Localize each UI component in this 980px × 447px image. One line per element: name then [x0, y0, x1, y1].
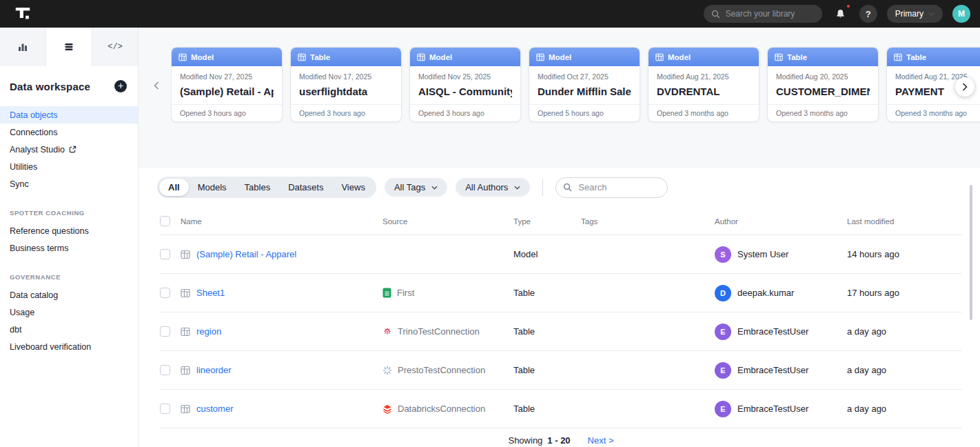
table-grid-icon: [181, 250, 190, 259]
library-search[interactable]: [704, 5, 822, 23]
row-checkbox[interactable]: [160, 326, 170, 337]
author-avatar: S: [715, 246, 731, 263]
object-name-link[interactable]: Sheet1: [196, 288, 225, 298]
tab-views[interactable]: Views: [332, 179, 374, 196]
type-cell: Table: [513, 288, 581, 298]
card-title: Dunder Mifflin Sales: [538, 86, 631, 97]
tab-tables[interactable]: Tables: [236, 179, 280, 196]
thoughtspot-logo[interactable]: [12, 3, 33, 24]
sidebar-item-utilities[interactable]: Utilities: [0, 158, 138, 175]
help-button[interactable]: ?: [859, 5, 877, 23]
carousel-right-button[interactable]: [955, 77, 974, 97]
user-avatar[interactable]: M: [952, 5, 970, 23]
author-avatar: E: [715, 362, 731, 379]
nav-label: Data catalog: [10, 290, 58, 300]
card-type-label: Model: [191, 53, 214, 61]
source-cell: First: [382, 288, 513, 298]
nav-label: Usage: [10, 308, 34, 317]
card-header: Model: [529, 48, 640, 66]
table-row[interactable]: (Sample) Retail - Apparel Model S System…: [160, 235, 962, 274]
column-header-name: Name: [181, 217, 382, 226]
author-avatar: E: [715, 401, 731, 417]
last-modified-cell: 14 hours ago: [847, 249, 962, 259]
databricks-icon: [382, 404, 392, 414]
nav-label: Sync: [10, 179, 29, 189]
table-row[interactable]: customer DatabricksConnection Table E Em…: [160, 390, 962, 428]
sidebar-item-connections[interactable]: Connections: [0, 123, 138, 141]
card-body: Modified Nov 27, 2025 (Sample) Retail - …: [172, 66, 282, 104]
row-checkbox[interactable]: [160, 249, 170, 259]
authors-dropdown[interactable]: All Authors: [456, 178, 530, 197]
object-name-link[interactable]: customer: [196, 404, 233, 414]
tags-dropdown[interactable]: All Tags: [385, 178, 447, 197]
list-search[interactable]: [555, 177, 668, 198]
search-icon: [563, 183, 572, 192]
card-type-label: Table: [787, 53, 807, 61]
tab-insights[interactable]: [0, 28, 46, 66]
last-modified-cell: a day ago: [847, 326, 962, 337]
add-button[interactable]: +: [114, 80, 127, 92]
object-name-link[interactable]: region: [196, 326, 221, 337]
card-opened: Opened 3 months ago: [887, 104, 980, 121]
sidebar-item-liveboard-verification[interactable]: Liveboard verification: [0, 338, 138, 355]
sidebar-item-data-catalog[interactable]: Data catalog: [0, 286, 138, 304]
card-body: Modified Aug 20, 2025 CUSTOMER_DIMENSION: [768, 66, 878, 104]
sidebar-item-usage[interactable]: Usage: [0, 304, 138, 321]
source-cell: TrinoTestConnection: [382, 326, 513, 337]
table-grid-icon: [181, 404, 190, 414]
card-type-label: Model: [429, 53, 452, 61]
scrollbar-thumb[interactable]: [970, 185, 972, 320]
cards-row: Model Modified Nov 27, 2025 (Sample) Ret…: [171, 47, 980, 122]
card-title: DVDRENTAL: [657, 86, 751, 97]
table-grid-icon: [417, 53, 425, 61]
env-dropdown[interactable]: Primary: [887, 5, 943, 23]
tab-models[interactable]: Models: [189, 179, 236, 196]
column-header-tags: Tags: [581, 217, 715, 226]
last-modified-cell: a day ago: [847, 404, 962, 414]
tab-data[interactable]: [46, 28, 92, 66]
row-checkbox[interactable]: [160, 365, 170, 375]
recent-card[interactable]: Model Modified Nov 27, 2025 (Sample) Ret…: [171, 47, 283, 122]
bell-icon: [835, 8, 846, 19]
app-shell: </> Data workspace + Data objects Connec…: [0, 28, 980, 447]
next-page-link[interactable]: Next >: [588, 435, 614, 446]
card-header: Model: [649, 48, 759, 66]
row-checkbox[interactable]: [160, 404, 170, 414]
recent-card[interactable]: Model Modified Oct 27, 2025 Dunder Miffl…: [529, 47, 640, 122]
carousel-left-button[interactable]: [154, 81, 159, 90]
table-row[interactable]: Sheet1 First Table D deepak.kumar 17 hou…: [160, 274, 962, 312]
question-mark-icon: ?: [866, 9, 871, 19]
type-cell: Table: [513, 404, 581, 414]
sidebar-item-sync[interactable]: Sync: [0, 175, 138, 192]
recent-card[interactable]: Table Modified Nov 17, 2025 userflightda…: [290, 47, 402, 122]
sidebar-item-business-terms[interactable]: Business terms: [0, 239, 138, 257]
bar-chart-icon: [17, 41, 28, 52]
card-header: Model: [172, 48, 282, 66]
card-type-label: Table: [906, 53, 926, 61]
sheets-icon: [382, 288, 391, 298]
table-row[interactable]: lineorder PrestoTestConnection Table E E…: [160, 351, 962, 390]
filter-divider: [542, 179, 543, 196]
row-checkbox[interactable]: [160, 288, 170, 298]
object-name-link[interactable]: lineorder: [196, 365, 232, 375]
notifications-button[interactable]: [832, 5, 850, 23]
object-name-link[interactable]: (Sample) Retail - Apparel: [196, 249, 296, 259]
tab-all[interactable]: All: [159, 179, 189, 196]
recent-card[interactable]: Table Modified Aug 20, 2025 CUSTOMER_DIM…: [767, 47, 879, 122]
list-search-input[interactable]: [555, 177, 668, 198]
library-search-input[interactable]: [726, 9, 815, 19]
sidebar-item-reference-questions[interactable]: Reference questions: [0, 222, 138, 239]
table-row[interactable]: region TrinoTestConnection Table E Embra…: [160, 312, 962, 351]
card-header: Model: [410, 48, 520, 66]
tab-datasets[interactable]: Datasets: [279, 179, 332, 196]
author-cell: S System User: [715, 246, 847, 263]
sidebar-item-dbt[interactable]: dbt: [0, 321, 138, 338]
recent-card[interactable]: Model Modified Aug 21, 2025 DVDRENTAL Op…: [648, 47, 759, 122]
sidebar-icon-tabs: </>: [0, 28, 138, 66]
recent-card[interactable]: Model Modified Nov 25, 2025 AISQL - Comm…: [409, 47, 521, 122]
select-all-checkbox[interactable]: [160, 216, 170, 226]
tab-developer[interactable]: </>: [92, 28, 138, 66]
sidebar-item-analyst-studio[interactable]: Analyst Studio: [0, 141, 138, 158]
presto-icon: [382, 366, 392, 375]
sidebar-item-data-objects[interactable]: Data objects: [0, 106, 138, 123]
